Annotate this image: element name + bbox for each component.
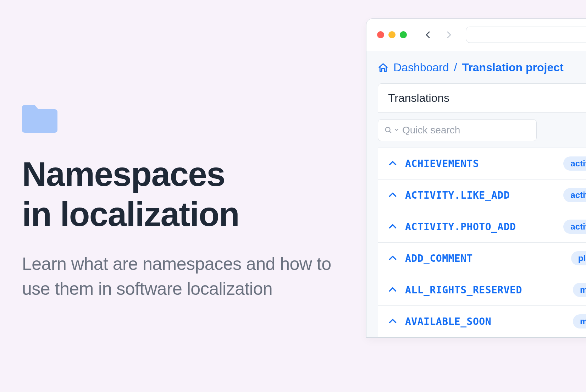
chevron-up-icon[interactable] <box>388 191 397 200</box>
translation-key-name[interactable]: AVAILABLE_SOON <box>405 316 565 327</box>
translation-key-row[interactable]: ACTIVITY.LIKE_ADDactivity <box>378 180 586 211</box>
translation-key-name[interactable]: ACTIVITY.PHOTO_ADD <box>405 221 555 233</box>
chevron-up-icon[interactable] <box>388 159 397 168</box>
chevron-up-icon[interactable] <box>388 285 397 294</box>
translation-key-name[interactable]: ACHIEVEMENTS <box>405 158 555 170</box>
nav-forward-button[interactable] <box>444 30 454 40</box>
hero-title: Namespaces in localization <box>22 154 348 234</box>
breadcrumb-home[interactable]: Dashboard <box>393 61 449 74</box>
breadcrumb-separator: / <box>454 61 457 74</box>
minimize-window-button[interactable] <box>388 31 396 38</box>
maximize-window-button[interactable] <box>400 31 407 38</box>
translation-key-name[interactable]: ALL_RIGHTS_RESERVED <box>405 284 565 296</box>
tab-translations[interactable]: Translations <box>378 83 586 113</box>
search-icon <box>385 126 392 134</box>
breadcrumb: Dashboard / Translation project <box>378 61 586 74</box>
browser-window: Dashboard / Translation project Translat… <box>366 18 586 338</box>
close-window-button[interactable] <box>377 31 384 38</box>
chevron-up-icon[interactable] <box>388 222 397 231</box>
translation-key-row[interactable]: ADD_COMMENTplace <box>378 243 586 274</box>
namespace-tag[interactable]: activity <box>563 156 586 171</box>
svg-line-1 <box>389 131 391 133</box>
window-chrome <box>366 19 586 51</box>
breadcrumb-current: Translation project <box>462 61 563 74</box>
translation-key-row[interactable]: AVAILABLE_SOONmain <box>378 306 586 337</box>
folder-icon <box>22 103 57 133</box>
search-placeholder: Quick search <box>402 125 460 136</box>
nav-back-button[interactable] <box>423 30 433 40</box>
namespace-tag[interactable]: main <box>573 283 586 297</box>
namespace-tag[interactable]: place <box>571 251 586 265</box>
chevron-up-icon[interactable] <box>388 317 397 326</box>
translation-key-row[interactable]: ACTIVITY.PHOTO_ADDactivity <box>378 211 586 243</box>
namespace-tag[interactable]: activity <box>563 220 586 234</box>
hero-subtitle: Learn what are namespaces and how to use… <box>22 252 348 301</box>
traffic-lights <box>377 31 407 38</box>
chevron-down-icon <box>394 127 399 133</box>
chevron-up-icon[interactable] <box>388 254 397 263</box>
translation-key-name[interactable]: ACTIVITY.LIKE_ADD <box>405 189 555 201</box>
url-bar[interactable] <box>466 27 586 43</box>
search-input[interactable]: Quick search <box>378 119 537 141</box>
translation-key-row[interactable]: ALL_RIGHTS_RESERVEDmain <box>378 274 586 306</box>
translation-key-list: ACHIEVEMENTSactivityACTIVITY.LIKE_ADDact… <box>378 148 586 337</box>
namespace-tag[interactable]: activity <box>563 188 586 202</box>
translation-key-row[interactable]: ACHIEVEMENTSactivity <box>378 148 586 180</box>
namespace-tag[interactable]: main <box>573 314 586 328</box>
translation-key-name[interactable]: ADD_COMMENT <box>405 253 563 264</box>
home-icon <box>378 62 388 73</box>
